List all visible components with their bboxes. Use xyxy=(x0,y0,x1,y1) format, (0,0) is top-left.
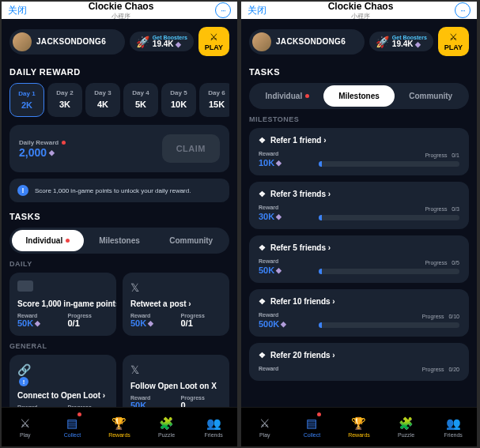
reddot-icon xyxy=(66,239,70,243)
info-icon: ! xyxy=(17,185,28,196)
info-row: ! Score 1,000 in-game points to unlock y… xyxy=(9,179,229,202)
app-title-wrap: Clockie Chaos 小程序 xyxy=(266,2,455,21)
days-row[interactable]: Day 1 2K Day 2 3K Day 3 4K Day 4 5K Day … xyxy=(9,83,229,117)
refer-icon: ❖ xyxy=(259,243,266,252)
nav-puzzle[interactable]: 🧩Puzzle xyxy=(383,408,430,446)
tab-milestones[interactable]: Milestones xyxy=(323,85,395,107)
milestones-label: MILESTONES xyxy=(249,115,469,123)
milestone-card[interactable]: ❖Refer 5 friends › Reward 50K◆ Progress … xyxy=(249,235,469,283)
day-card[interactable]: Day 2 3K xyxy=(47,83,82,117)
tab-individual[interactable]: Individual xyxy=(251,85,323,107)
nav-friends[interactable]: 👥Friends xyxy=(190,408,237,446)
play-button[interactable]: ⚔ PLAY xyxy=(438,27,469,56)
avatar xyxy=(13,32,32,51)
username: JACKSONDONG6 xyxy=(36,37,106,46)
more-icon[interactable]: ··· xyxy=(215,2,231,18)
day-card[interactable]: Day 1 2K xyxy=(9,83,44,117)
trophy-icon: 🏆 xyxy=(351,416,366,431)
play-button[interactable]: ⚔ PLAY xyxy=(198,27,229,56)
play-label: PLAY xyxy=(205,43,223,51)
reward-value: 2,000 xyxy=(19,146,47,159)
reward-claim: Daily Reward 2,000◆ CLAIM xyxy=(9,125,229,172)
boosters-value: 19.4K xyxy=(153,40,174,48)
refer-icon: ❖ xyxy=(259,351,266,360)
milestone-card[interactable]: ❖Refer 1 friend › Reward 10K◆ Progress 0… xyxy=(249,128,469,175)
reddot-icon xyxy=(305,94,309,98)
friends-icon: 👥 xyxy=(206,416,221,431)
user-pill[interactable]: JACKSONDONG6 xyxy=(249,29,365,55)
screen-milestones: 关闭 Clockie Chaos 小程序 ··· JACKSONDONG6 🚀 … xyxy=(241,2,477,446)
day-card[interactable]: Day 5 10K xyxy=(161,83,196,117)
task-card[interactable]: 🔗! Connect to Open Loot › Reward 100K Pr… xyxy=(9,355,116,407)
nav-collect[interactable]: ▤Collect xyxy=(49,408,96,446)
close-button[interactable]: 关闭 xyxy=(8,4,27,17)
reddot-icon xyxy=(317,412,321,416)
nav-friends[interactable]: 👥Friends xyxy=(429,408,477,446)
general-label: GENERAL xyxy=(9,342,229,350)
gem-icon: ◆ xyxy=(35,319,40,327)
swords-icon: ⚔ xyxy=(449,32,458,43)
day-card[interactable]: Day 6 15K xyxy=(199,83,229,117)
milestone-card[interactable]: ❖Refer 10 friends › Reward 500K◆ Progres… xyxy=(249,289,469,337)
topbar: JACKSONDONG6 🚀 Get Boosters 19.4K◆ ⚔ PLA… xyxy=(2,19,237,62)
task-title: Follow Open Loot on X xyxy=(130,382,221,390)
task-title: Retweet a post › xyxy=(130,299,221,308)
collect-icon: ▤ xyxy=(66,416,77,431)
day-card[interactable]: Day 3 4K xyxy=(85,83,120,117)
app-title: Clockie Chaos xyxy=(27,2,215,12)
progress-bar xyxy=(319,322,459,328)
tab-individual[interactable]: Individual xyxy=(12,230,84,251)
claim-button[interactable]: CLAIM xyxy=(162,134,220,163)
gem-icon: ◆ xyxy=(148,319,153,327)
boosters-pill[interactable]: 🚀 Get Boosters 19.4K◆ xyxy=(130,32,194,51)
gem-icon: ◆ xyxy=(276,266,282,274)
more-icon[interactable]: ··· xyxy=(455,2,471,18)
nav-rewards[interactable]: 🏆Rewards xyxy=(335,408,383,446)
avatar xyxy=(252,32,271,51)
nav-collect[interactable]: ▤Collect xyxy=(289,408,336,446)
tab-milestones[interactable]: Milestones xyxy=(84,230,156,251)
milestone-card[interactable]: ❖Refer 20 friends › Reward Progress 0/20 xyxy=(249,343,469,381)
refer-icon: ❖ xyxy=(259,297,266,306)
puzzle-icon: 🧩 xyxy=(399,416,414,431)
task-card[interactable]: Score 1,000 in-game points › Reward 50K◆… xyxy=(9,273,116,336)
rocket-icon: 🚀 xyxy=(136,36,149,48)
tab-community[interactable]: Community xyxy=(155,230,227,251)
nav-play[interactable]: ⚔Play xyxy=(2,408,49,446)
refer-icon: ❖ xyxy=(259,136,266,145)
user-pill[interactable]: JACKSONDONG6 xyxy=(9,29,125,55)
task-card[interactable]: 𝕏 Retweet a post › Reward 50K◆ Progress … xyxy=(123,273,229,336)
statusbar: 关闭 Clockie Chaos 小程序 ··· xyxy=(241,2,477,19)
swords-icon: ⚔ xyxy=(259,416,270,431)
milestone-card[interactable]: ❖Refer 3 friends › Reward 30K◆ Progress … xyxy=(249,182,469,229)
task-title: Score 1,000 in-game points › xyxy=(17,299,108,308)
nav-puzzle[interactable]: 🧩Puzzle xyxy=(143,408,191,446)
bottom-nav: ⚔Play ▤Collect 🏆Rewards 🧩Puzzle 👥Friends xyxy=(2,407,237,446)
trophy-icon: 🏆 xyxy=(111,416,127,431)
tab-community[interactable]: Community xyxy=(395,85,467,107)
gem-icon: ◆ xyxy=(281,320,286,328)
swords-icon: ⚔ xyxy=(20,416,30,431)
puzzle-icon: 🧩 xyxy=(159,416,174,431)
screen-daily: 关闭 Clockie Chaos 小程序 ··· JACKSONDONG6 🚀 … xyxy=(2,2,237,446)
nav-rewards[interactable]: 🏆Rewards xyxy=(96,408,143,446)
task-title: Connect to Open Loot › xyxy=(17,391,108,400)
app-title-wrap: Clockie Chaos 小程序 xyxy=(27,2,215,21)
nav-play[interactable]: ⚔Play xyxy=(241,408,289,446)
close-button[interactable]: 关闭 xyxy=(248,4,266,17)
camera-icon xyxy=(17,280,33,292)
username: JACKSONDONG6 xyxy=(276,37,346,46)
boosters-pill[interactable]: 🚀 Get Boosters 19.4K◆ xyxy=(369,32,433,51)
progress-bar xyxy=(319,269,459,274)
task-card[interactable]: 𝕏 Follow Open Loot on X Reward 50K Progr… xyxy=(123,355,229,407)
topbar: JACKSONDONG6 🚀 Get Boosters 19.4K◆ ⚔ PLA… xyxy=(241,19,477,62)
refer-icon: ❖ xyxy=(259,190,266,198)
daily-label: DAILY xyxy=(9,260,229,268)
progress-bar xyxy=(319,215,459,220)
progress-bar xyxy=(319,161,459,167)
play-label: PLAY xyxy=(444,43,463,51)
day-card[interactable]: Day 4 5K xyxy=(123,83,158,117)
gem-icon: ◆ xyxy=(415,41,421,48)
tabs: Individual Milestones Community xyxy=(9,228,229,254)
gem-icon: ◆ xyxy=(49,149,55,156)
